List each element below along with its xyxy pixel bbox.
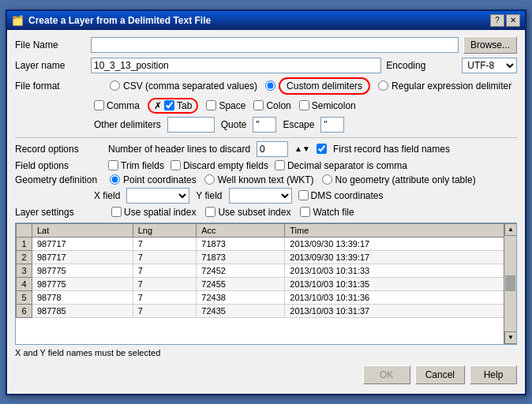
col-time: Time <box>285 223 516 237</box>
other-delimiters-row: Other delimiters Quote Escape <box>94 117 517 133</box>
other-delimiters-input[interactable] <box>167 117 215 133</box>
row-time: 2013/10/03 10:31:33 <box>285 264 516 277</box>
point-label[interactable]: Point coordinates <box>123 174 197 185</box>
colon-group: Colon <box>253 100 290 111</box>
table-row: 1 987717 7 71873 2013/09/30 13:39:17 <box>17 237 516 250</box>
row-acc: 72452 <box>197 264 285 277</box>
spatial-index-label[interactable]: Use spatial index <box>124 207 196 218</box>
subset-index-label[interactable]: Use subset index <box>218 207 290 218</box>
delimiter-options: Comma ✗ Tab Space Colon Semicolon <box>94 98 517 114</box>
geometry-label: Geometry definition <box>15 174 102 185</box>
regex-radio-group: Regular expression delimiter <box>378 80 511 92</box>
discard-empty-checkbox[interactable] <box>170 160 181 170</box>
comma-checkbox[interactable] <box>94 100 104 110</box>
scroll-thumb[interactable] <box>505 275 515 291</box>
layer-name-input[interactable] <box>91 58 381 73</box>
row-lng: 7 <box>133 264 197 277</box>
row-lng: 7 <box>133 290 197 304</box>
header-lines-label: Number of header lines to discard <box>108 144 250 155</box>
escape-label: Escape <box>283 119 314 130</box>
first-record-checkbox[interactable] <box>317 144 327 154</box>
point-radio[interactable] <box>110 174 120 185</box>
row-time: 2013/09/30 13:39:17 <box>285 237 516 250</box>
table-header-row: Lat Lng Acc Time <box>17 223 516 237</box>
subset-index-group: Use subset index <box>205 207 290 218</box>
x-field-select[interactable] <box>126 188 189 204</box>
dms-group: DMS coordinates <box>298 190 384 201</box>
trim-fields-label[interactable]: Trim fields <box>121 160 164 171</box>
semicolon-label[interactable]: Semicolon <box>312 100 356 111</box>
close-btn[interactable]: ✕ <box>506 14 520 27</box>
row-acc: 71873 <box>197 250 285 264</box>
scroll-down[interactable]: ▼ <box>504 331 517 344</box>
nogeom-radio[interactable] <box>322 174 332 185</box>
tab-checkbox[interactable] <box>164 100 174 110</box>
wkt-radio-group: Well known text (WKT) <box>204 174 314 185</box>
xy-row: X field Y field DMS coordinates <box>94 188 517 204</box>
regex-radio[interactable] <box>378 80 388 91</box>
row-num: 6 <box>17 304 32 317</box>
watch-file-label[interactable]: Watch file <box>313 207 354 218</box>
discard-empty-label[interactable]: Discard empty fields <box>183 160 268 171</box>
field-options-row: Field options Trim fields Discard empty … <box>15 160 517 171</box>
csv-label[interactable]: CSV (comma separated values) <box>123 80 257 92</box>
custom-radio-group: Custom delimiters <box>265 77 370 95</box>
help-title-btn[interactable]: ? <box>490 14 504 27</box>
decimal-sep-group: Decimal separator is comma <box>275 160 407 171</box>
wkt-label[interactable]: Well known text (WKT) <box>218 174 314 185</box>
subset-index-checkbox[interactable] <box>205 207 215 217</box>
col-lng: Lng <box>133 223 197 237</box>
geometry-row: Geometry definition Point coordinates We… <box>15 174 517 185</box>
row-acc: 72435 <box>197 304 285 317</box>
quote-input[interactable] <box>253 117 276 133</box>
watch-file-checkbox[interactable] <box>300 207 310 217</box>
row-lat: 987775 <box>32 264 133 277</box>
browse-button[interactable]: Browse... <box>463 36 517 54</box>
nogeom-label[interactable]: No geometry (attribute only table) <box>335 174 476 185</box>
trim-fields-checkbox[interactable] <box>108 160 118 170</box>
ok-button[interactable]: OK <box>363 365 410 384</box>
layer-settings-label: Layer settings <box>15 207 102 218</box>
regex-label[interactable]: Regular expression delimiter <box>392 80 511 92</box>
title-buttons: ? ✕ <box>490 14 520 27</box>
wkt-radio[interactable] <box>204 174 215 185</box>
colon-label[interactable]: Colon <box>266 100 290 111</box>
space-label[interactable]: Space <box>219 100 245 111</box>
custom-radio[interactable] <box>265 80 275 91</box>
header-lines-input[interactable] <box>257 141 288 157</box>
discard-empty-group: Discard empty fields <box>170 160 268 171</box>
cancel-button[interactable]: Cancel <box>415 365 465 384</box>
spinner-arrows[interactable]: ▲▼ <box>294 144 310 153</box>
scroll-up[interactable]: ▲ <box>504 223 517 236</box>
y-field-select[interactable] <box>229 188 292 204</box>
layer-name-label: Layer name <box>15 60 86 71</box>
csv-radio[interactable] <box>110 80 120 91</box>
file-name-label: File Name <box>15 39 86 50</box>
space-checkbox[interactable] <box>206 100 216 110</box>
layer-name-row: Layer name Encoding UTF-8 UTF-16 ASCII <box>15 58 517 73</box>
comma-label[interactable]: Comma <box>107 100 140 111</box>
semicolon-checkbox[interactable] <box>299 100 309 110</box>
data-table: Lat Lng Acc Time 1 987717 7 71873 2013/0… <box>16 223 516 318</box>
colon-checkbox[interactable] <box>253 100 264 110</box>
row-lat: 987775 <box>32 277 133 290</box>
tab-group: ✗ Tab <box>148 98 198 114</box>
file-name-input[interactable] <box>91 37 459 53</box>
y-field-label: Y field <box>196 190 222 201</box>
help-button[interactable]: Help <box>470 365 517 384</box>
row-num: 4 <box>17 277 32 290</box>
decimal-sep-checkbox[interactable] <box>275 160 285 170</box>
escape-input[interactable] <box>320 117 344 133</box>
dms-checkbox[interactable] <box>298 190 309 200</box>
row-num: 5 <box>17 290 32 304</box>
watch-file-group: Watch file <box>300 207 354 218</box>
record-options-label: Record options <box>15 144 102 155</box>
decimal-sep-label[interactable]: Decimal separator is comma <box>287 160 407 171</box>
other-delimiters-label: Other delimiters <box>94 119 161 130</box>
tab-label[interactable]: Tab <box>177 100 192 111</box>
row-num: 1 <box>17 237 32 250</box>
first-record-label[interactable]: First record has field names <box>333 144 450 155</box>
spatial-index-checkbox[interactable] <box>111 207 122 217</box>
encoding-select[interactable]: UTF-8 UTF-16 ASCII <box>462 58 517 73</box>
dms-label[interactable]: DMS coordinates <box>311 190 384 201</box>
